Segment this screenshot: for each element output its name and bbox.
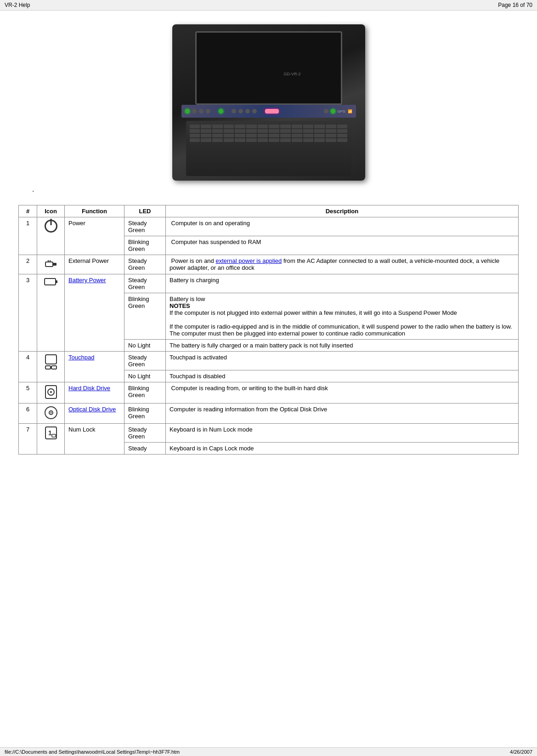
row-desc-6a: Computer is reading information from the… — [166, 404, 519, 424]
optical-icon — [44, 406, 58, 420]
hdd-link[interactable]: Hard Disk Drive — [68, 385, 110, 392]
svg-rect-4 — [45, 279, 56, 285]
key — [269, 134, 279, 137]
key — [235, 125, 245, 128]
footer-date: 4/26/2007 — [510, 749, 532, 755]
key — [201, 129, 211, 133]
laptop-image-container: GD-VR-2 GPS 📶 — [9, 15, 528, 183]
key — [314, 138, 325, 142]
row-desc-3c: The battery is fully charged or a main b… — [166, 340, 519, 352]
table-row: 4 Touchpad Steady Green Touchpad is acti… — [19, 352, 519, 370]
touchpad-link[interactable]: Touchpad — [68, 354, 94, 361]
hdd-icon — [45, 385, 57, 399]
row-led-3a: Steady Green — [124, 274, 166, 293]
row-led-4b: No Light — [124, 370, 166, 382]
row-led-3b: Blinking Green — [124, 293, 166, 340]
led-6 — [232, 109, 236, 114]
key — [201, 125, 211, 128]
row-function-3: Battery Power — [65, 274, 124, 352]
key — [269, 125, 279, 128]
led-table: # Icon Function LED Description 1 Power … — [18, 205, 519, 455]
key — [292, 125, 302, 128]
row-icon-5 — [37, 382, 65, 404]
led-pink — [265, 109, 279, 114]
key — [303, 129, 314, 133]
svg-rect-8 — [51, 366, 57, 369]
key — [190, 138, 200, 142]
ext-power-link[interactable]: external power is applied — [215, 257, 282, 264]
row-led-6a: Blinking Green — [124, 404, 166, 424]
page-info: Page 16 of 70 — [498, 2, 532, 8]
led-9 — [252, 109, 257, 114]
row-function-2: External Power — [65, 255, 124, 274]
row-led-5a: Blinking Green — [124, 382, 166, 404]
led-2 — [192, 109, 197, 114]
key — [269, 129, 279, 133]
optical-link[interactable]: Optical Disk Drive — [68, 406, 116, 413]
led-3 — [199, 109, 203, 114]
key — [235, 134, 245, 137]
top-bar: VR-2 Help Page 16 of 70 — [0, 0, 537, 11]
table-row: 1 Power Steady Green Computer is on and … — [19, 217, 519, 236]
led-gps-label: GPS — [338, 109, 345, 114]
table-row: 7 1 Num Lock Steady Green Keyboard is in… — [19, 424, 519, 443]
table-row: 2 External Power Steady Green Power is o… — [19, 255, 519, 274]
table-row: 5 Hard Disk Drive Blinking Green Compute… — [19, 382, 519, 404]
key — [303, 138, 314, 142]
row-desc-2a: Power is on and external power is applie… — [166, 255, 519, 274]
key — [326, 138, 336, 142]
col-header-num: # — [19, 205, 37, 217]
key — [246, 134, 257, 137]
row-function-5: Hard Disk Drive — [65, 382, 124, 404]
row-led-3c: No Light — [124, 340, 166, 352]
laptop-screen: GD-VR-2 — [195, 31, 342, 105]
laptop-keyboard — [186, 121, 351, 176]
key — [292, 138, 302, 142]
row-desc-3a: Battery is charging — [166, 274, 519, 293]
key — [212, 138, 223, 142]
key — [292, 134, 302, 137]
key — [246, 125, 257, 128]
row-num-5: 5 — [19, 382, 37, 404]
row-function-4: Touchpad — [65, 352, 124, 382]
key — [235, 138, 245, 142]
key — [246, 138, 257, 142]
key — [224, 138, 234, 142]
row-led-7a: Steady Green — [124, 424, 166, 443]
led-4 — [206, 109, 210, 114]
key — [190, 129, 200, 133]
row-num-4: 4 — [19, 352, 37, 382]
key — [190, 125, 200, 128]
row-led-1a: Steady Green — [124, 217, 166, 236]
row-desc-5a: Computer is reading from, or writing to … — [166, 382, 519, 404]
key — [326, 125, 336, 128]
key — [280, 125, 291, 128]
svg-rect-17 — [52, 434, 56, 437]
key — [224, 134, 234, 137]
svg-rect-5 — [56, 280, 57, 283]
app-title: VR-2 Help — [5, 2, 30, 8]
battery-power-link[interactable]: Battery Power — [68, 277, 106, 284]
svg-point-11 — [50, 391, 52, 393]
row-num-3: 3 — [19, 274, 37, 352]
row-function-7: Num Lock — [65, 424, 124, 455]
led-7 — [238, 109, 243, 114]
dot-separator: . — [9, 183, 528, 200]
row-num-7: 7 — [19, 424, 37, 455]
svg-point-14 — [50, 412, 51, 414]
svg-rect-1 — [53, 263, 57, 266]
row-led-1b: Blinking Green — [124, 236, 166, 255]
led-5 — [219, 109, 223, 114]
row-icon-2 — [37, 255, 65, 274]
key — [280, 129, 291, 133]
led-sig-label: 📶 — [348, 109, 352, 114]
laptop-image: GD-VR-2 GPS 📶 — [172, 24, 365, 181]
keyboard-keys-grid — [186, 121, 351, 146]
key — [258, 134, 268, 137]
key — [212, 134, 223, 137]
row-function-6: Optical Disk Drive — [65, 404, 124, 424]
key — [314, 129, 325, 133]
row-icon-4 — [37, 352, 65, 382]
bottom-bar: file://C:\Documents and Settings\harwood… — [0, 747, 537, 756]
col-header-icon: Icon — [37, 205, 65, 217]
